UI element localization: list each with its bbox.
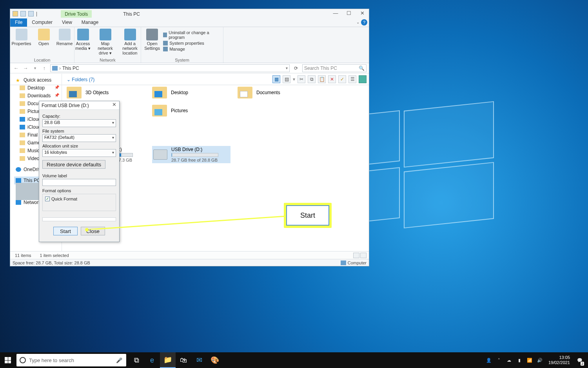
breadcrumb[interactable]: This PC	[62, 66, 79, 71]
format-progress	[42, 217, 116, 221]
nav-up[interactable]: ↑	[41, 65, 48, 71]
close-button[interactable]: ✕	[356, 9, 369, 18]
help-icon[interactable]: ?	[361, 19, 367, 26]
search-icon: 🔍	[359, 66, 365, 71]
tray-wifi-icon[interactable]: 📶	[526, 358, 533, 363]
sidebar-quick-access[interactable]: Quick access	[14, 76, 62, 84]
dialog-title: Format USB Drive (D:)	[42, 103, 89, 108]
drive-name: USB Drive (D:)	[171, 147, 229, 152]
collapse-ribbon-icon[interactable]: ⌄	[356, 20, 359, 24]
filesystem-label: File system	[42, 129, 116, 133]
folder-item[interactable]: Documents	[238, 85, 316, 100]
close-button[interactable]: Close	[81, 227, 105, 235]
manage-icon	[163, 47, 168, 51]
ribbon-map-drive[interactable]: Map network drive ▾	[96, 29, 115, 56]
sidebar-item[interactable]: Downloads📌	[14, 92, 62, 100]
tray-clock[interactable]: 13:05 19/02/2021	[548, 355, 570, 365]
taskbar-store-icon[interactable]: 🛍	[176, 352, 191, 368]
folder-item[interactable]: 3D Objects	[67, 85, 145, 100]
address-row: ← → ▾ ↑ › This PC ▾ ⟳ Search This PC 🔍	[10, 63, 369, 73]
taskbar-edge-icon[interactable]: e	[144, 352, 160, 368]
nav-forward[interactable]: →	[22, 65, 29, 71]
start-menu-button[interactable]	[0, 352, 16, 368]
ribbon-open-settings[interactable]: Open Settings	[144, 29, 160, 51]
system-tray: 👤 ˄ ☁ ▮ 📶 🔊 13:05 19/02/2021 💬2	[486, 352, 588, 368]
mic-icon[interactable]: 🎤	[116, 357, 122, 363]
taskbar-explorer-icon[interactable]: 📁	[160, 352, 176, 368]
thispc-icon	[52, 66, 58, 71]
ribbon-manage[interactable]: Manage	[163, 47, 217, 51]
sysprops-icon	[163, 41, 168, 46]
view-mode-icon[interactable]	[353, 253, 359, 258]
tab-file[interactable]: File	[10, 18, 27, 27]
tray-battery-icon[interactable]: ▮	[516, 358, 523, 363]
dialog-titlebar[interactable]: Format USB Drive (D:) ✕	[39, 101, 119, 110]
status-space: Space free: 28.7 GB, Total size: 28.8 GB	[13, 261, 90, 265]
taskbar-mail-icon[interactable]: ✉	[191, 352, 207, 368]
ribbon-system-properties[interactable]: System properties	[163, 41, 217, 46]
taskbar: Type here to search 🎤 ⧉ e 📁 🛍 ✉ 🎨 👤 ˄ ☁ …	[0, 352, 588, 368]
status-bar-2: Space free: 28.7 GB, Total size: 28.8 GB…	[10, 259, 369, 266]
minimize-button[interactable]: —	[329, 9, 342, 18]
task-view-icon[interactable]: ⧉	[129, 352, 144, 368]
ribbon-group-location: Location	[10, 58, 74, 62]
ribbon-properties[interactable]: Properties	[11, 29, 32, 46]
tray-chevron-icon[interactable]: ˄	[496, 358, 502, 363]
drive-icon	[153, 149, 167, 160]
callout-start: Start	[286, 205, 329, 226]
ribbon-tabs: File Computer View Manage ⌄ ?	[10, 18, 369, 27]
ribbon-uninstall[interactable]: Uninstall or change a program	[163, 30, 217, 40]
ribbon-access-media[interactable]: Access media ▾	[74, 29, 92, 56]
ribbon-group-system: System	[141, 58, 223, 62]
tray-people-icon[interactable]: 👤	[486, 358, 492, 363]
ribbon-rename[interactable]: Rename	[56, 29, 74, 46]
drive-item-d[interactable]: USB Drive (D:) 28.7 GB free of 28.8 GB	[152, 146, 230, 163]
restore-defaults-button[interactable]: Restore device defaults	[42, 160, 105, 169]
search-input[interactable]: Search This PC 🔍	[302, 64, 367, 72]
contextual-tab-drive-tools: Drive Tools	[61, 10, 92, 18]
ribbon-open[interactable]: Open	[36, 29, 52, 46]
status-bar: 11 items 1 item selected	[10, 251, 369, 259]
quick-format-checkbox[interactable]: ✓Quick Format	[45, 197, 113, 201]
format-options-label: Format options	[42, 188, 116, 193]
view-mode-icon[interactable]	[360, 253, 367, 258]
maximize-button[interactable]: ☐	[342, 9, 356, 18]
filesystem-select[interactable]: FAT32 (Default)	[42, 134, 116, 142]
tab-view[interactable]: View	[57, 18, 77, 27]
sidebar-item[interactable]: Desktop📌	[14, 84, 62, 92]
refresh-icon[interactable]: ⟳	[292, 66, 300, 71]
ribbon-group-network: Network	[74, 58, 141, 62]
status-selected: 1 item selected	[40, 253, 69, 258]
format-dialog: Format USB Drive (D:) ✕ Capacity: 28.8 G…	[39, 101, 120, 242]
titlebar[interactable]: | Drive Tools This PC — ☐ ✕	[10, 9, 369, 18]
allocation-select[interactable]: 16 kilobytes	[42, 149, 116, 157]
capacity-select[interactable]: 28.8 GB	[42, 119, 116, 127]
drive-free: 28.7 GB free of 28.8 GB	[171, 158, 229, 162]
nav-history[interactable]: ▾	[31, 66, 38, 70]
nav-back[interactable]: ←	[13, 65, 20, 71]
folder-item[interactable]: Desktop	[152, 85, 230, 100]
callout-dot	[85, 228, 89, 231]
qat-icon[interactable]	[28, 11, 34, 16]
status-items: 11 items	[15, 253, 31, 258]
dialog-close-button[interactable]: ✕	[111, 102, 118, 108]
action-center-icon[interactable]: 💬2	[574, 352, 586, 368]
tray-onedrive-icon[interactable]: ☁	[506, 358, 512, 363]
window-title: This PC	[119, 10, 144, 18]
taskbar-paint-icon[interactable]: 🎨	[207, 352, 223, 368]
tray-volume-icon[interactable]: 🔊	[537, 358, 543, 363]
ribbon: Properties Open Rename Location Access m…	[10, 27, 369, 63]
ribbon-add-network-location[interactable]: Add a network location	[119, 29, 141, 56]
address-bar[interactable]: › This PC ▾	[50, 64, 290, 72]
taskbar-search[interactable]: Type here to search 🎤	[16, 354, 126, 366]
section-folders[interactable]: Folders (7)	[67, 77, 365, 82]
format-options-group: ✓Quick Format	[42, 194, 116, 211]
volume-label-input[interactable]	[42, 179, 116, 186]
folder-item[interactable]: Pictures	[152, 103, 230, 118]
tab-computer[interactable]: Computer	[27, 18, 57, 27]
start-button[interactable]: Start	[53, 227, 78, 235]
tab-manage[interactable]: Manage	[77, 18, 103, 27]
capacity-label: Capacity:	[42, 114, 116, 118]
qat-icon[interactable]	[20, 11, 26, 16]
allocation-label: Allocation unit size	[42, 144, 116, 148]
